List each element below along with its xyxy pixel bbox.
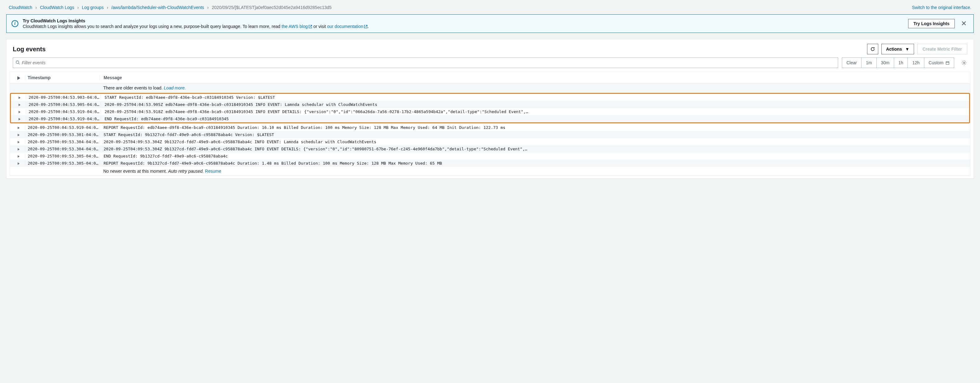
- expand-row[interactable]: ▶: [13, 147, 25, 151]
- cell-timestamp: 2020-09-25T00:09:53.301-04:0…: [25, 132, 100, 137]
- search-row: Clear 1m 30m 1h 12h Custom: [6, 57, 974, 72]
- banner-sub-mid: or visit: [312, 24, 327, 29]
- range-1m[interactable]: 1m: [861, 58, 877, 68]
- caret-right-icon: ▶: [19, 95, 21, 100]
- cell-timestamp: 2020-09-25T00:09:53.304-04:0…: [25, 139, 100, 144]
- expand-row[interactable]: ▶: [13, 125, 25, 130]
- cell-timestamp: 2020-09-25T00:09:53.305-04:0…: [25, 154, 100, 158]
- breadcrumb: CloudWatch › CloudWatch Logs › Log group…: [9, 5, 332, 10]
- newer-events-row: No newer events at this moment. Auto ret…: [10, 167, 970, 176]
- breadcrumb-cloudwatch-logs[interactable]: CloudWatch Logs: [40, 5, 74, 10]
- table-row: ▶ 2020-09-25T00:04:53.903-04:0… START Re…: [11, 94, 969, 101]
- info-icon: i: [11, 20, 18, 27]
- newer-events-text: No newer events at this moment.: [103, 169, 168, 174]
- breadcrumb-log-group-name[interactable]: /aws/lambda/Scheduler-with-CloudWatchEve…: [111, 5, 204, 10]
- gear-icon: [961, 60, 967, 65]
- expand-row[interactable]: ▶: [13, 132, 25, 137]
- time-range-selector: Clear 1m 30m 1h 12h Custom: [842, 57, 954, 68]
- chevron-right-icon: ›: [107, 5, 108, 10]
- close-icon: ✕: [961, 20, 967, 27]
- chevron-right-icon: ›: [77, 5, 79, 10]
- refresh-button[interactable]: [867, 44, 878, 54]
- expand-row[interactable]: ▶: [13, 139, 25, 144]
- settings-button[interactable]: [961, 60, 967, 66]
- clear-button[interactable]: Clear: [842, 58, 861, 68]
- cell-timestamp: 2020-09-25T00:04:53.919-04:0…: [26, 109, 100, 114]
- cell-timestamp: 2020-09-25T00:04:53.919-04:0…: [25, 125, 100, 130]
- expand-all-toggle[interactable]: ▶: [13, 75, 25, 80]
- expand-row[interactable]: ▶: [13, 161, 25, 166]
- caret-right-icon: ▶: [18, 75, 20, 80]
- expand-row[interactable]: ▶: [13, 102, 26, 107]
- panel-header: Log events Actions ▼ Create Metric Filte…: [6, 40, 974, 57]
- cell-timestamp: 2020-09-25T00:09:53.305-04:0…: [25, 161, 100, 166]
- range-custom-label: Custom: [929, 60, 943, 65]
- banner-title: Try CloudWatch Logs Insights: [23, 18, 904, 23]
- header-timestamp[interactable]: Timestamp: [25, 75, 100, 80]
- cell-message: 2020-09-25T04:09:53.304Z 9b1327cd-fdd7-4…: [100, 139, 967, 144]
- cell-message: END RequestId: 9b1327cd-fdd7-49e9-a0c6-c…: [100, 154, 967, 158]
- search-icon: [16, 60, 20, 65]
- table-row: ▶ 2020-09-25T00:09:53.305-04:0… END Requ…: [10, 152, 970, 160]
- cell-timestamp: 2020-09-25T00:04:53.919-04:0…: [26, 117, 100, 121]
- filter-events-input[interactable]: [20, 59, 835, 67]
- older-events-row: There are older events to load. Load mor…: [10, 84, 970, 92]
- expand-row[interactable]: ▶: [13, 117, 26, 121]
- banner-text: Try CloudWatch Logs Insights CloudWatch …: [23, 18, 904, 29]
- try-logs-insights-button[interactable]: Try Logs Insights: [908, 19, 955, 28]
- log-events-panel: Log events Actions ▼ Create Metric Filte…: [6, 39, 974, 179]
- cell-message: REPORT RequestId: edb74aee-d9f8-436e-bca…: [100, 125, 967, 130]
- load-more-link[interactable]: Load more.: [164, 85, 186, 90]
- aws-blog-link[interactable]: the AWS blog: [282, 24, 312, 29]
- refresh-icon: [870, 47, 875, 52]
- expand-row[interactable]: ▶: [13, 109, 26, 114]
- close-banner-button[interactable]: ✕: [959, 20, 969, 28]
- caret-right-icon: ▶: [18, 154, 20, 158]
- auto-retry-text: Auto retry paused.: [168, 169, 205, 174]
- expand-row[interactable]: ▶: [13, 154, 25, 158]
- external-link-icon: [309, 24, 312, 28]
- range-custom[interactable]: Custom: [924, 58, 954, 68]
- cell-timestamp: 2020-09-25T00:04:53.903-04:0…: [26, 95, 100, 100]
- calendar-icon: [945, 61, 950, 65]
- svg-point-2: [964, 62, 965, 64]
- panel-actions: Actions ▼ Create Metric Filter: [867, 44, 967, 54]
- expand-row[interactable]: ▶: [13, 95, 26, 100]
- caret-right-icon: ▶: [18, 125, 20, 130]
- older-events-text: There are older events to load.: [103, 85, 164, 90]
- cell-timestamp: 2020-09-25T00:04:53.905-04:0…: [26, 102, 100, 107]
- banner-subtitle: CloudWatch Logs insights allows you to s…: [23, 24, 904, 29]
- table-header: ▶ Timestamp Message: [10, 72, 970, 84]
- table-row: ▶ 2020-09-25T00:09:53.304-04:0… 2020-09-…: [10, 146, 970, 152]
- table-row: ▶ 2020-09-25T00:04:53.919-04:0… 2020-09-…: [11, 108, 969, 115]
- create-metric-filter-button[interactable]: Create Metric Filter: [917, 44, 967, 54]
- range-30m[interactable]: 30m: [877, 58, 894, 68]
- actions-label: Actions: [886, 47, 902, 52]
- svg-point-0: [16, 60, 19, 63]
- table-row: ▶ 2020-09-25T00:04:53.919-04:0… END Requ…: [11, 115, 969, 122]
- breadcrumb-log-groups[interactable]: Log groups: [82, 5, 103, 10]
- cell-message: REPORT RequestId: 9b1327cd-fdd7-49e9-a0c…: [100, 161, 967, 166]
- topbar: CloudWatch › CloudWatch Logs › Log group…: [6, 5, 974, 10]
- chevron-down-icon: ▼: [905, 47, 909, 52]
- chevron-right-icon: ›: [207, 5, 209, 10]
- range-12h[interactable]: 12h: [908, 58, 924, 68]
- resume-link[interactable]: Resume: [205, 169, 221, 174]
- documentation-link[interactable]: our documentation: [327, 24, 368, 29]
- table-row: ▶ 2020-09-25T00:09:53.305-04:0… REPORT R…: [10, 160, 970, 167]
- table-row: ▶ 2020-09-25T00:04:53.905-04:0… 2020-09-…: [11, 101, 969, 108]
- banner-sub-post: .: [368, 24, 369, 29]
- switch-interface-link[interactable]: Switch to the original interface.: [912, 5, 971, 10]
- panel-title: Log events: [13, 46, 46, 53]
- cell-message: START RequestId: edb74aee-d9f8-436e-bca9…: [100, 95, 967, 100]
- caret-right-icon: ▶: [18, 139, 20, 144]
- breadcrumb-cloudwatch[interactable]: CloudWatch: [9, 5, 32, 10]
- caret-right-icon: ▶: [19, 109, 21, 114]
- header-message[interactable]: Message: [100, 75, 967, 80]
- range-1h[interactable]: 1h: [894, 58, 908, 68]
- actions-dropdown[interactable]: Actions ▼: [881, 44, 914, 54]
- cell-message: END RequestId: edb74aee-d9f8-436e-bca9-c…: [100, 117, 967, 121]
- banner-sub-pre: CloudWatch Logs insights allows you to s…: [23, 24, 282, 29]
- search-box[interactable]: [13, 57, 838, 68]
- caret-right-icon: ▶: [18, 161, 20, 166]
